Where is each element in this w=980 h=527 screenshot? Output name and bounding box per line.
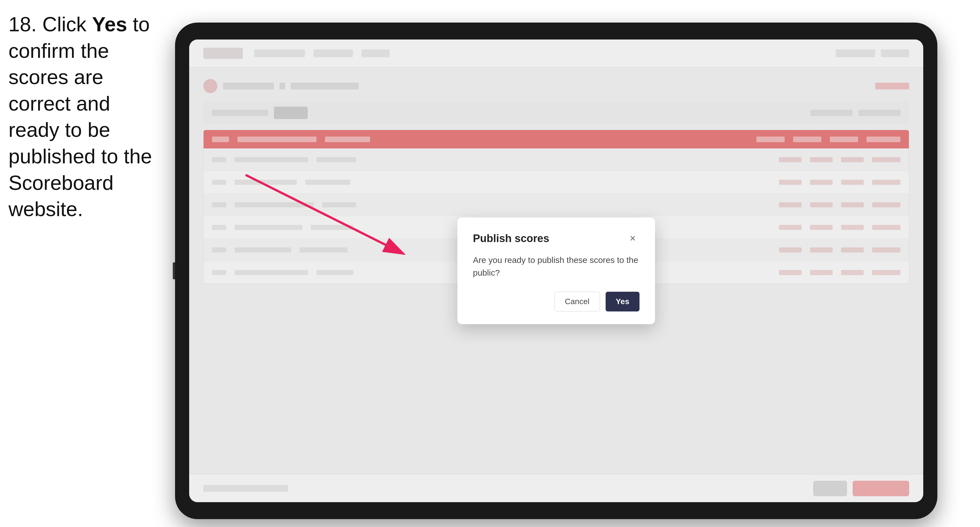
tablet-frame: Publish scores × Are you ready to publis… xyxy=(175,22,937,519)
step-number: 18. xyxy=(8,13,37,35)
modal-close-button[interactable]: × xyxy=(626,232,640,245)
modal-title-row: Publish scores × xyxy=(473,232,640,245)
instruction-text: 18. Click Yes to confirm the scores are … xyxy=(8,11,167,222)
modal-actions: Cancel Yes xyxy=(473,292,640,311)
instruction-bold: Yes xyxy=(92,13,127,35)
cancel-button[interactable]: Cancel xyxy=(555,292,600,311)
tablet-device: Publish scores × Are you ready to publis… xyxy=(175,22,937,519)
instruction-prefix: Click xyxy=(37,13,92,35)
tablet-side-button xyxy=(173,262,175,279)
modal-body-text: Are you ready to publish these scores to… xyxy=(473,254,640,279)
yes-button[interactable]: Yes xyxy=(606,292,640,311)
tablet-screen: Publish scores × Are you ready to publis… xyxy=(189,40,923,502)
instruction-suffix: to confirm the scores are correct and re… xyxy=(8,13,152,220)
modal-overlay: Publish scores × Are you ready to publis… xyxy=(189,40,923,502)
publish-scores-dialog: Publish scores × Are you ready to publis… xyxy=(457,217,655,324)
modal-title: Publish scores xyxy=(473,232,549,244)
app-background: Publish scores × Are you ready to publis… xyxy=(189,40,923,502)
